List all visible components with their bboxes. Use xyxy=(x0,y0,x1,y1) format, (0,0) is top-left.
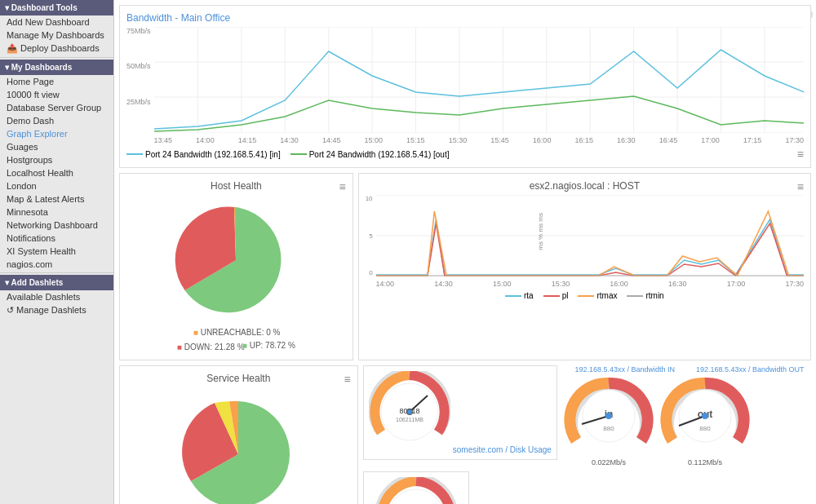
bandwidth-out-value: 0.112Mb/s xyxy=(660,458,750,466)
sidebar-item-manage-dashboards[interactable]: Manage My Dashboards xyxy=(0,29,113,42)
disk-gauge-widget: 80318 106211MB somesite.com / Disk Usage xyxy=(363,365,557,460)
x-label: 15:45 xyxy=(490,136,509,144)
svg-text:880: 880 xyxy=(603,425,614,432)
sidebar-item-nagios.com[interactable]: nagios.com xyxy=(0,258,113,271)
refresh-icon: ↺ xyxy=(7,305,14,315)
ping-legend: rta pl rtmax rtmin xyxy=(366,291,804,300)
service-health-widget: Service Health ≡ xyxy=(119,365,358,504)
bandwidth-in-svg: in 880 xyxy=(564,375,654,457)
ping-x-label: 14:30 xyxy=(434,280,453,288)
x-label: 13:45 xyxy=(154,136,173,144)
host-health-pie xyxy=(166,195,305,325)
y-label-50: 50Mb/s xyxy=(126,62,151,70)
sidebar-item-hostgroups[interactable]: Hostgroups xyxy=(0,153,113,166)
legend-color-out xyxy=(290,153,307,155)
legend-label-out: Port 24 Bandwidth (192.168.5.41) [out] xyxy=(309,150,450,159)
ping-x-label: 16:00 xyxy=(610,280,628,288)
sidebar-item-deploy-dashboards[interactable]: 📤 Deploy Dashboards xyxy=(0,42,113,55)
ping-menu[interactable]: ≡ xyxy=(797,180,804,193)
sidebar-item-available-dashlets[interactable]: Available Dashlets xyxy=(0,290,113,303)
x-label: 17:00 xyxy=(701,136,720,144)
deploy-icon: 📤 xyxy=(7,43,18,53)
sidebar-item-map-&-latest-alerts[interactable]: Map & Latest Alerts xyxy=(0,192,113,206)
ping-y-5: 5 xyxy=(366,232,373,240)
bandwidth-in-value: 0.022Mb/s xyxy=(564,458,654,466)
legend-rtmin: rtmin xyxy=(645,291,663,300)
bandwidth-widget: Bandwidth - Main Office 75Mb/s 50Mb/s 25… xyxy=(119,5,811,168)
bandwidth-in-gauge: in 880 0.022Mb/s xyxy=(564,375,654,466)
bandwidth-out-gauge: out 880 0.112Mb/s xyxy=(660,375,750,466)
host-health-menu[interactable]: ≡ xyxy=(339,180,346,193)
ping-x-label: 16:30 xyxy=(668,280,687,288)
x-label: 16:45 xyxy=(659,136,678,144)
x-label: 15:30 xyxy=(449,136,468,144)
bandwidth-out-svg: out 880 xyxy=(660,375,750,457)
chevron-down-icon: ▾ xyxy=(5,3,9,12)
svg-point-26 xyxy=(407,409,412,414)
y-label-75: 75Mb/s xyxy=(126,27,151,35)
bandwidth-svg xyxy=(154,27,804,133)
sidebar-item-home-page[interactable]: Home Page xyxy=(0,75,113,88)
service-health-menu[interactable]: ≡ xyxy=(344,373,351,386)
cpu-gauge-widget: user 100 2.54% somesite.com / CPU Stats xyxy=(363,471,470,504)
sidebar-item-networking-dashboard[interactable]: Networking Dashboard xyxy=(0,219,113,232)
service-health-pie xyxy=(169,387,308,504)
sidebar-item-manage-dashlets[interactable]: ↺ Manage Dashlets xyxy=(0,303,113,317)
dashboard-tools-header[interactable]: ▾ Dashboard Tools xyxy=(0,0,113,15)
ping-x-label: 17:00 xyxy=(727,280,746,288)
x-label: 16:00 xyxy=(533,136,552,144)
sidebar-item-add-dashboard[interactable]: Add New Dashboard xyxy=(0,15,113,29)
sidebar-item-xi-system-health[interactable]: XI System Health xyxy=(0,245,113,258)
my-dashboards-header[interactable]: ▾ My Dashboards xyxy=(0,60,113,75)
legend-pl: pl xyxy=(562,291,569,300)
up-label: ■ UP: 78.72 % xyxy=(242,338,295,353)
ping-svg xyxy=(376,195,804,276)
legend-label-in: Port 24 Bandwidth (192.168.5.41) [in] xyxy=(145,150,281,159)
chevron-down-icon: ▾ xyxy=(5,278,9,287)
x-label: 14:45 xyxy=(322,136,341,144)
x-label: 16:15 xyxy=(574,136,593,144)
ping-y-0: 0 xyxy=(366,269,373,276)
legend-rta: rta xyxy=(524,291,534,300)
sidebar-item-database-server-group[interactable]: Database Server Group xyxy=(0,101,113,114)
host-health-title: Host Health xyxy=(126,180,346,192)
cpu-gauge-svg: user 100 xyxy=(375,477,457,504)
sidebar-item-notifications[interactable]: Notifications xyxy=(0,232,113,245)
y-label-25: 25Mb/s xyxy=(126,98,151,106)
bandwidth-menu[interactable]: ≡ xyxy=(797,148,804,161)
disk-gauge-svg: 80318 106211MB xyxy=(369,371,450,453)
sidebar-item-localhost-health[interactable]: Localhost Health xyxy=(0,166,113,179)
service-health-title: Service Health xyxy=(126,373,351,384)
ping-widget: esx2.nagios.local : HOST ≡ 10 5 0 ms % m… xyxy=(358,173,811,360)
svg-text:106211MB: 106211MB xyxy=(396,417,424,422)
ping-x-label: 15:30 xyxy=(552,280,570,288)
sidebar-item-demo-dash[interactable]: Demo Dash xyxy=(0,114,113,127)
legend-rtmax: rtmax xyxy=(596,291,617,300)
bandwidth-legend: Port 24 Bandwidth (192.168.5.41) [in] Po… xyxy=(126,148,804,161)
x-label: 15:15 xyxy=(406,136,425,144)
add-dashlets-header[interactable]: ▾ Add Dashlets xyxy=(0,275,113,290)
x-label: 17:30 xyxy=(785,136,804,144)
x-label: 14:00 xyxy=(196,136,215,144)
ping-x-label: 15:00 xyxy=(493,280,512,288)
sidebar-item-graph-explorer[interactable]: Graph Explorer xyxy=(0,127,113,140)
x-label: 14:30 xyxy=(280,136,299,144)
legend-color-in xyxy=(126,153,143,155)
chevron-down-icon: ▾ xyxy=(5,63,9,72)
ping-chart-title: esx2.nagios.local : HOST xyxy=(366,180,804,192)
bandwidth-in-title[interactable]: 192.168.5.43xx / Bandwidth IN xyxy=(564,365,686,374)
sidebar-item-london[interactable]: London xyxy=(0,179,113,192)
svg-text:880: 880 xyxy=(699,425,711,432)
sidebar-item-10000-ft-view[interactable]: 10000 ft view xyxy=(0,88,113,101)
disk-usage-link[interactable]: somesite.com / Disk Usage xyxy=(453,445,552,454)
bandwidth-chart-title[interactable]: Bandwidth - Main Office xyxy=(126,12,804,24)
sidebar-item-minnesota[interactable]: Minnesota xyxy=(0,206,113,219)
bandwidth-out-title[interactable]: 192.168.5.43xx / Bandwidth OUT xyxy=(689,365,811,374)
svg-point-36 xyxy=(702,413,708,419)
ping-x-label: 14:00 xyxy=(376,280,395,288)
ping-y-10: 10 xyxy=(366,195,373,202)
x-label: 14:15 xyxy=(238,136,257,144)
svg-point-31 xyxy=(605,413,612,419)
ping-x-label: 17:30 xyxy=(785,280,804,288)
sidebar-item-guages[interactable]: Guages xyxy=(0,140,113,153)
